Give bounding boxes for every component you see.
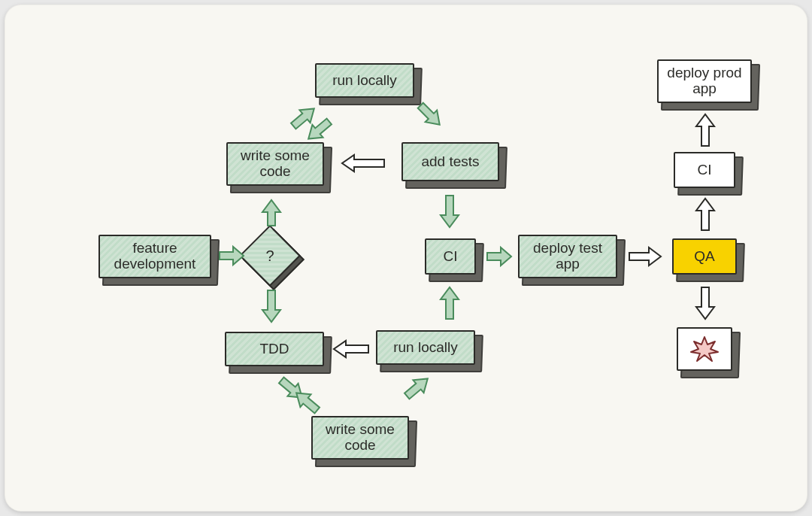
- node-bug: [677, 327, 732, 371]
- node-label: write some code: [317, 422, 403, 454]
- arrow-addtests-to-ci: [439, 194, 460, 229]
- node-label: feature development: [105, 241, 205, 272]
- node-write-code-bottom: write some code: [311, 416, 409, 460]
- arrow-qa-to-bug: [695, 286, 716, 320]
- arrow-decision-down: [261, 289, 282, 323]
- node-add-tests: add tests: [401, 142, 499, 181]
- node-label: CI: [444, 249, 458, 265]
- arrow-addtests-to-write: [341, 153, 386, 173]
- node-write-code-top: write some code: [226, 142, 324, 186]
- node-deploy-test-app: deploy test app: [518, 235, 617, 278]
- node-label: add tests: [421, 154, 479, 170]
- node-ci-white: CI: [674, 152, 735, 188]
- diagram-card: { "nodes": { "feature_dev": { "label": "…: [5, 5, 807, 511]
- arrow-deploytest-to-qa: [628, 246, 662, 267]
- arrow-runbot-to-ci: [439, 286, 460, 320]
- node-label: ?: [248, 234, 292, 278]
- node-label: CI: [698, 162, 712, 178]
- node-label: run locally: [332, 73, 397, 89]
- arrow-ciwhite-to-deployprod: [695, 113, 716, 147]
- node-tdd: TDD: [225, 332, 324, 366]
- node-deploy-prod-app: deploy prod app: [657, 59, 752, 103]
- burst-icon: [689, 334, 720, 364]
- node-label: QA: [694, 249, 714, 265]
- node-label: write some code: [232, 148, 318, 180]
- arrow-writebot-to-runbot: [399, 370, 435, 405]
- node-decision: ?: [248, 234, 289, 275]
- node-label: run locally: [393, 340, 458, 356]
- arrow-feature-to-decision: [218, 245, 245, 266]
- node-feature-development: feature development: [98, 235, 211, 278]
- node-ci-green: CI: [425, 238, 476, 275]
- node-label: deploy prod app: [663, 65, 746, 97]
- diagram-stage: { "nodes": { "feature_dev": { "label": "…: [5, 5, 807, 511]
- arrow-ci-to-deploytest: [486, 246, 513, 267]
- arrow-runbot-to-tdd: [332, 339, 370, 359]
- node-qa: QA: [672, 238, 737, 275]
- arrow-decision-up: [261, 197, 282, 227]
- node-run-locally-bottom: run locally: [376, 330, 475, 365]
- node-label: TDD: [259, 341, 289, 357]
- arrow-qa-to-ciwhite: [695, 197, 716, 232]
- node-run-locally-top: run locally: [315, 63, 414, 98]
- node-label: deploy test app: [524, 241, 611, 272]
